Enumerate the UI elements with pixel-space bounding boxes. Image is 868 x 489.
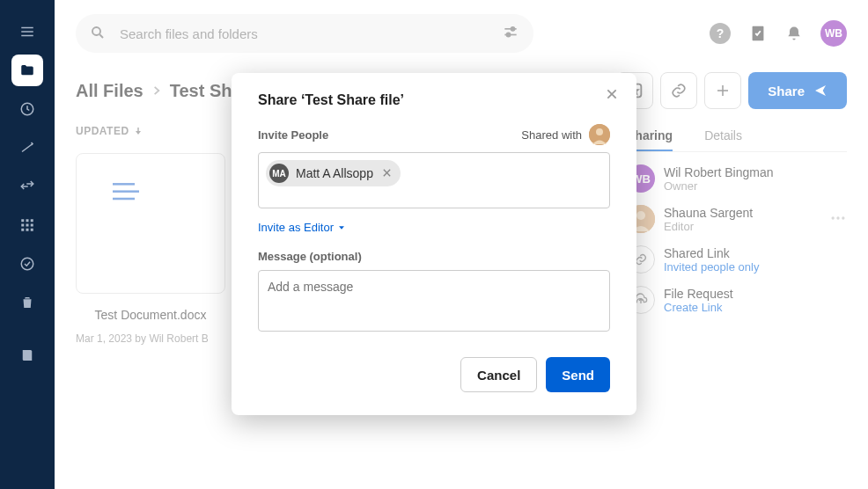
invite-label: Invite People	[258, 128, 328, 142]
svg-rect-10	[26, 224, 29, 227]
transfer-icon[interactable]	[11, 171, 43, 202]
modal-title: Share ‘Test Share file’	[258, 92, 610, 108]
check-circle-icon[interactable]	[11, 248, 43, 280]
modal-actions: Cancel Send	[258, 357, 610, 392]
svg-rect-8	[31, 219, 33, 222]
folder-icon[interactable]	[11, 55, 43, 86]
svg-rect-14	[31, 229, 33, 231]
svg-rect-13	[26, 229, 29, 231]
hamburger-icon[interactable]	[11, 16, 43, 47]
message-input[interactable]	[258, 270, 610, 332]
svg-rect-6	[21, 219, 24, 222]
share-modal: Share ‘Test Share file’ Invite People Sh…	[232, 73, 636, 415]
cancel-button[interactable]: Cancel	[460, 357, 537, 392]
message-label: Message (optional)	[258, 250, 610, 263]
trash-icon[interactable]	[11, 287, 43, 318]
svg-rect-11	[31, 224, 33, 227]
shared-with: Shared with	[521, 124, 610, 145]
svg-point-39	[596, 128, 603, 135]
svg-rect-7	[26, 219, 29, 222]
grid-icon[interactable]	[11, 209, 43, 241]
svg-rect-12	[21, 229, 24, 231]
svg-point-15	[21, 258, 33, 270]
book-icon[interactable]	[11, 339, 43, 371]
sparkle-icon[interactable]	[11, 132, 43, 164]
svg-rect-9	[21, 224, 24, 227]
invite-role-selector[interactable]: Invite as Editor	[258, 221, 610, 234]
caret-down-icon	[337, 223, 346, 232]
clock-icon[interactable]	[11, 93, 43, 125]
chip-avatar: MA	[269, 164, 289, 183]
chip-name: Matt A Allsopp	[296, 166, 373, 180]
invite-input[interactable]: MA Matt A Allsopp	[258, 152, 610, 208]
close-icon[interactable]	[601, 84, 622, 105]
shared-with-avatar[interactable]	[589, 124, 610, 145]
app-sidebar	[0, 0, 55, 489]
chip-remove-icon[interactable]	[382, 167, 392, 180]
invite-chip: MA Matt A Allsopp	[266, 160, 401, 186]
send-button[interactable]: Send	[546, 357, 610, 392]
